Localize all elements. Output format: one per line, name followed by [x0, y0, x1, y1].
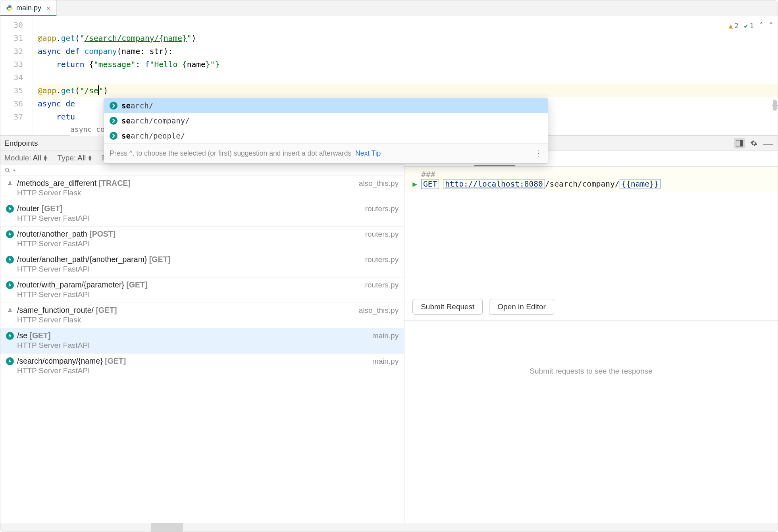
scrollbar-thumb[interactable]	[773, 100, 777, 111]
more-icon[interactable]: ⋮	[535, 147, 542, 160]
fastapi-icon	[6, 230, 14, 238]
endpoint-item[interactable]: /search/company/{name} [GET]main.pyHTTP …	[0, 354, 404, 379]
toolwindow-title: Endpoints	[4, 139, 38, 148]
endpoint-path: /same_function_route/ [GET]	[17, 306, 117, 315]
endpoints-search[interactable]: ▾	[0, 165, 404, 176]
svg-point-2	[6, 168, 9, 172]
next-tip-link[interactable]: Next Tip	[355, 149, 381, 157]
sort-icon: ▲▼	[87, 155, 92, 161]
close-icon[interactable]: ✕	[46, 5, 51, 12]
hide-toolwindow-icon[interactable]: —	[763, 138, 774, 148]
editor-scrollbar[interactable]	[772, 16, 778, 135]
code-editor[interactable]: 30 31 32 33 34 35 36 37 @app.get("/searc…	[0, 16, 778, 135]
editor-tab-main-py[interactable]: main.py ✕	[0, 0, 57, 16]
flask-icon	[6, 179, 14, 187]
completion-item[interactable]: search/company/	[104, 113, 548, 128]
endpoint-item[interactable]: /router [GET]routers.pyHTTP Server FastA…	[0, 201, 404, 227]
endpoint-item[interactable]: /router/another_path/{another_param} [GE…	[0, 252, 404, 278]
http-param: {{name}}	[620, 179, 661, 189]
breadcrumb[interactable]: async co	[70, 123, 105, 136]
gear-icon[interactable]	[748, 138, 759, 148]
endpoint-method: [GET]	[105, 357, 126, 365]
endpoint-file: main.py	[372, 332, 399, 340]
horizontal-splitter[interactable]	[151, 523, 183, 532]
submit-request-button[interactable]: Submit Request	[412, 299, 483, 315]
completion-item[interactable]: search/	[104, 98, 548, 113]
completion-hint: Press ^. to choose the selected (or firs…	[110, 147, 381, 160]
endpoint-path: /router/with_param/{parameter} [GET]	[17, 280, 147, 289]
inspection-widget[interactable]: ▲2 ✔1 ˄ ˅	[729, 19, 773, 33]
endpoint-icon	[110, 117, 117, 125]
endpoint-item[interactable]: /methods_are_different [TRACE]also_this.…	[0, 176, 404, 201]
endpoint-method: [GET]	[29, 331, 50, 340]
endpoint-method: [POST]	[89, 229, 116, 238]
endpoints-list[interactable]: /methods_are_different [TRACE]also_this.…	[0, 176, 404, 523]
status-bar	[0, 523, 778, 532]
endpoint-subtitle: HTTP Server FastAPI	[17, 341, 399, 350]
endpoint-file: routers.py	[365, 281, 399, 289]
endpoint-icon	[110, 102, 117, 110]
fastapi-icon	[6, 205, 14, 213]
endpoints-toolwindow: Endpoints — Module: All ▲▼	[0, 135, 778, 523]
http-request-editor[interactable]: ### ▶ GET http://localhost:8080/search/c…	[404, 167, 778, 192]
endpoint-file: routers.py	[365, 230, 399, 239]
endpoint-path: /search/company/{name} [GET]	[17, 357, 126, 366]
endpoint-subtitle: HTTP Server FastAPI	[17, 214, 399, 223]
endpoint-method: [GET]	[126, 280, 147, 289]
checkmark-icon: ✔	[744, 19, 748, 33]
http-method: GET	[421, 179, 439, 189]
sort-icon: ▲▼	[43, 155, 48, 161]
endpoint-subtitle: HTTP Server FastAPI	[17, 265, 399, 274]
filter-module[interactable]: Module: All ▲▼	[4, 154, 48, 162]
response-placeholder: Submit requests to see the response	[404, 321, 778, 422]
endpoint-subtitle: HTTP Server FastAPI	[17, 366, 399, 375]
warning-icon: ▲	[729, 19, 733, 33]
editor-tab-title: main.py	[16, 4, 41, 12]
endpoint-method: [GET]	[96, 306, 117, 314]
endpoint-path: /se [GET]	[17, 331, 51, 340]
endpoint-path: /router [GET]	[17, 204, 63, 213]
filter-type[interactable]: Type: All ▲▼	[58, 154, 92, 162]
endpoint-method: [TRACE]	[99, 179, 131, 187]
toggle-side-panel-icon[interactable]	[734, 138, 745, 148]
endpoint-file: main.py	[372, 357, 399, 366]
endpoint-file: routers.py	[365, 255, 399, 264]
endpoint-path: /router/another_path/{another_param} [GE…	[17, 255, 170, 264]
completion-popup: search/ search/company/ search/people/ P…	[104, 98, 548, 164]
endpoint-subtitle: HTTP Server Flask	[17, 189, 399, 197]
endpoint-method: [GET]	[42, 204, 63, 213]
endpoint-item[interactable]: /router/another_path [POST]routers.pyHTT…	[0, 227, 404, 252]
completion-item[interactable]: search/people/	[104, 128, 548, 143]
run-icon[interactable]: ▶	[412, 179, 417, 189]
http-host: http://localhost:8080	[443, 179, 545, 189]
fastapi-icon	[6, 332, 14, 340]
endpoint-item[interactable]: /router/with_param/{parameter} [GET]rout…	[0, 278, 404, 303]
endpoint-subtitle: HTTP Server Flask	[17, 316, 399, 324]
endpoint-path: /methods_are_different [TRACE]	[17, 179, 131, 188]
svg-rect-1	[740, 140, 743, 146]
chevron-down-icon: ▾	[13, 168, 15, 173]
endpoint-item[interactable]: /same_function_route/ [GET]also_this.pyH…	[0, 303, 404, 328]
svg-line-3	[8, 171, 10, 172]
endpoint-icon	[110, 132, 117, 140]
prev-highlight-icon[interactable]: ˄	[759, 19, 763, 33]
fastapi-icon	[6, 281, 14, 289]
fastapi-icon	[6, 357, 14, 365]
python-file-icon	[6, 5, 13, 12]
endpoint-file: also_this.py	[359, 306, 399, 315]
editor-tabbar: main.py ✕	[0, 0, 778, 16]
http-separator: ###	[412, 170, 770, 179]
endpoint-item[interactable]: /se [GET]main.pyHTTP Server FastAPI	[0, 328, 404, 354]
fastapi-icon	[6, 256, 14, 264]
endpoint-subtitle: HTTP Server FastAPI	[17, 290, 399, 299]
endpoint-method: [GET]	[149, 255, 170, 264]
endpoint-file: also_this.py	[359, 179, 399, 188]
flask-icon	[6, 306, 14, 314]
http-path: /search/company/	[545, 179, 620, 189]
endpoint-subtitle: HTTP Server FastAPI	[17, 239, 399, 248]
endpoint-file: routers.py	[365, 204, 399, 213]
search-icon	[4, 167, 11, 173]
open-in-editor-button[interactable]: Open in Editor	[489, 299, 554, 315]
endpoint-path: /router/another_path [POST]	[17, 229, 116, 239]
editor-gutter: 30 31 32 33 34 35 36 37	[0, 16, 33, 135]
